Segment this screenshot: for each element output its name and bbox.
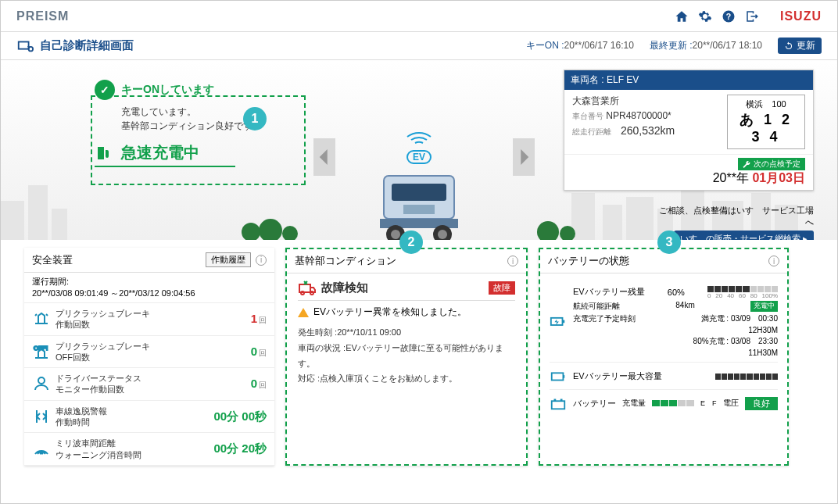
svg-rect-9: [626, 197, 654, 240]
safety-item-icon: [32, 407, 51, 426]
period-value: 20**/03/08 09:01:49 ～20**/03/12 09:04:56: [32, 288, 267, 299]
gear-icon[interactable]: [698, 9, 712, 23]
svg-rect-2: [19, 41, 29, 48]
info-icon[interactable]: i: [256, 255, 267, 266]
info-icon[interactable]: i: [507, 256, 518, 266]
svg-rect-21: [392, 184, 446, 201]
callout-3: 3: [657, 231, 681, 254]
aux-volt-label: 電圧: [723, 398, 739, 409]
svg-rect-30: [299, 284, 310, 292]
fault-badge: 故障: [489, 281, 515, 295]
safety-row: プリクラッシュブレーキ作動回数1回: [24, 303, 274, 336]
refresh-button[interactable]: 更新: [778, 38, 822, 54]
battery-cap-icon: [550, 367, 567, 384]
range-value: 84km: [675, 301, 694, 312]
battery-panel: バッテリーの状態 i EVバッテリー残量 60% 020406080100% 航…: [539, 248, 789, 466]
history-button[interactable]: 作動履歴: [206, 252, 251, 267]
chevron-left-icon: [319, 149, 330, 165]
aux-charge-label: 充電量: [622, 398, 646, 409]
safety-item-icon: [32, 440, 51, 459]
vehicle-info-card: 車両名 : ELF EV 大森営業所 車台番号 NPR48700000* 総走行…: [564, 70, 814, 191]
safety-item-icon: OFF!: [32, 342, 51, 361]
logo-preism: PREISM: [16, 9, 69, 23]
aux-label: バッテリー: [573, 398, 616, 409]
wrench-icon: [743, 160, 750, 168]
safety-item-icon: [32, 309, 51, 328]
warning-icon: [298, 308, 309, 317]
svg-point-17: [282, 226, 298, 240]
safety-row: OFF!プリクラッシュブレーキOFF回数0回: [24, 336, 274, 369]
svg-text:?: ?: [726, 11, 731, 20]
pump-icon: [95, 144, 113, 163]
help-icon[interactable]: ?: [722, 9, 736, 23]
svg-rect-39: [560, 399, 563, 402]
truck-fault-icon: [298, 280, 317, 295]
diagnosis-icon: [16, 38, 34, 55]
license-plate: 横浜 100 あ 1 2 3 4: [727, 95, 805, 149]
callout-1: 1: [243, 107, 267, 130]
battery-title: バッテリーの状態: [548, 254, 629, 268]
svg-rect-4: [1, 201, 24, 240]
charging-badge: 充電中: [750, 301, 778, 312]
ev-soc-label: EVバッテリー残量: [573, 286, 645, 298]
svg-rect-38: [554, 399, 557, 402]
safety-title: 安全装置: [32, 253, 73, 267]
eta-label: 充電完了予定時刻: [573, 313, 636, 324]
callout-2: 2: [399, 231, 423, 254]
next-vehicle-button[interactable]: [513, 138, 535, 176]
ev-soc-value: 60%: [668, 288, 685, 297]
odo-label: 総走行距離: [572, 127, 611, 136]
safety-panel: 安全装置 作動履歴 i 運行期間: 20**/03/08 09:01:49 ～2…: [24, 248, 274, 466]
charge-state: 急速充電中: [95, 142, 235, 167]
svg-rect-8: [603, 205, 622, 240]
aux-battery-icon: [550, 395, 567, 412]
odo-value: 260,532km: [621, 124, 675, 137]
status-line-2: 基幹部コンディション良好です。: [121, 119, 298, 133]
key-on-label: キーON :: [526, 40, 564, 51]
svg-point-18: [537, 221, 559, 240]
condition-title: 基幹部コンディション: [295, 254, 396, 268]
key-on-status: ✓ キーONしています: [95, 80, 298, 100]
updated-time: 20**/06/17 18:10: [693, 40, 762, 51]
safety-row: ドライバーステータスモニター作動回数0回: [24, 368, 274, 401]
chassis-number: NPR48700000*: [606, 110, 671, 121]
prev-vehicle-button[interactable]: [313, 138, 335, 176]
vehicle-name: ELF EV: [607, 74, 639, 85]
next-inspection-tag: 次の点検予定: [738, 158, 805, 170]
truck-icon: [364, 164, 474, 240]
svg-rect-37: [552, 401, 565, 409]
period-label: 運行期間:: [32, 276, 267, 288]
logout-icon[interactable]: [745, 9, 759, 23]
safety-item-icon: [32, 374, 51, 393]
fault-detect-title: 故障検知: [298, 280, 368, 295]
ev-battery-icon: [550, 284, 567, 357]
svg-point-25: [391, 230, 400, 239]
consult-text: ご相談、点検整備はいすゞサービス工場へ: [657, 205, 814, 228]
status-line-1: 充電しています。: [121, 105, 298, 119]
svg-rect-6: [52, 209, 67, 240]
condition-panel: 基幹部コンディション i 故障検知 故障 EVバッテリー異常を検知しました。 発…: [285, 248, 528, 466]
svg-rect-36: [563, 375, 564, 378]
dealer-search-button[interactable]: いすゞの販売・サービス網検索 ▸: [674, 231, 814, 240]
chevron-right-icon: [518, 149, 529, 165]
home-icon[interactable]: [675, 9, 689, 23]
truck-illustration: EV: [360, 123, 478, 240]
safety-row: ミリ波車間距離ウォーニング消音時間00分 20秒: [24, 433, 274, 466]
chassis-label: 車台番号: [572, 112, 603, 120]
info-icon[interactable]: i: [768, 256, 779, 266]
svg-rect-34: [563, 320, 565, 323]
svg-point-15: [242, 223, 260, 240]
range-label: 航続可能距離: [573, 301, 620, 312]
sched-year: 20**年: [713, 171, 749, 184]
svg-point-27: [438, 230, 447, 239]
aux-charge-gauge: [652, 400, 694, 406]
wifi-icon: [403, 123, 435, 146]
svg-point-29: [38, 377, 45, 384]
key-on-time: 20**/06/17 16:10: [564, 40, 633, 51]
page-title: 自己診断詳細画面: [16, 38, 134, 55]
aux-status: 良好: [745, 397, 778, 410]
check-icon: ✓: [95, 80, 115, 100]
refresh-icon: [784, 41, 793, 51]
vehicle-name-label: 車両名 :: [571, 74, 604, 85]
ev-badge: EV: [406, 150, 432, 164]
